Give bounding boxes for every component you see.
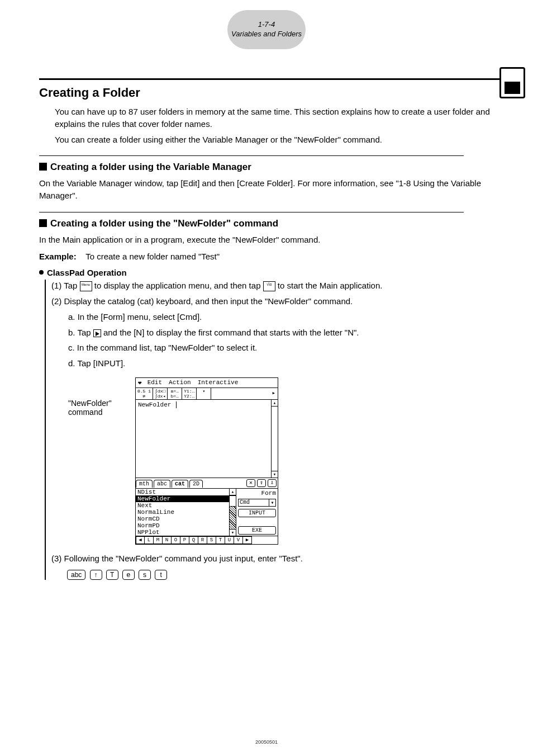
step-2a: a. In the [Form] menu, select [Cmd].	[68, 311, 499, 323]
svg-marker-0	[96, 332, 99, 336]
operation-heading: ClassPad Operation	[39, 268, 499, 277]
key-shift: ↑	[90, 570, 102, 580]
list-item[interactable]: NormPD	[136, 522, 229, 529]
alpha-key[interactable]: R	[198, 536, 207, 544]
step-2: (2) Display the catalog (cat) keyboard, …	[51, 295, 499, 308]
scr-tool-3[interactable]: a=…b=…	[168, 388, 182, 399]
intro-paragraph-1: You can have up to 87 user folders in me…	[55, 106, 499, 130]
scroll-down-icon[interactable]: ▾	[272, 471, 278, 478]
scr-tool-4[interactable]: Y1:…Y2:…	[182, 388, 197, 399]
scr-work-area[interactable]: NewFolder ▴ ▾	[136, 400, 278, 478]
step-2d: d. Tap [INPUT].	[68, 357, 499, 370]
tab-abc[interactable]: abc	[154, 480, 170, 488]
chevron-down-icon[interactable]: ▾	[269, 499, 275, 506]
step-3: (3) Following the "NewFolder" command yo…	[51, 552, 499, 565]
rule	[39, 78, 499, 80]
list-item[interactable]: NormalLine	[136, 509, 229, 516]
alpha-key[interactable]: S	[207, 536, 216, 544]
alpha-key[interactable]: O	[172, 536, 180, 544]
page-header-badge: 1-7-4 Variables and Folders	[227, 10, 306, 49]
alpha-right-icon[interactable]: ▶	[243, 536, 252, 544]
square-bullet-icon	[39, 219, 47, 227]
play-right-icon	[93, 329, 101, 337]
scroll-thumb[interactable]	[230, 495, 236, 507]
square-bullet-icon	[39, 163, 47, 171]
example-text: To create a new folder named "Test"	[85, 252, 220, 261]
subheading-newfolder-command: Creating a folder using the "NewFolder" …	[39, 218, 499, 229]
tab-2d[interactable]: 2D	[189, 480, 203, 488]
exe-button[interactable]: EXE	[238, 526, 276, 535]
alpha-key[interactable]: N	[163, 536, 172, 544]
alpha-key[interactable]: U	[225, 536, 234, 544]
alpha-key[interactable]: P	[180, 536, 189, 544]
alpha-key[interactable]: T	[216, 536, 225, 544]
sub1-paragraph: On the Variable Manager window, tap [Edi…	[39, 177, 499, 202]
catalog-controls: Form Cmd ▾ INPUT EXE	[236, 489, 278, 536]
scr-menu-interactive[interactable]: Interactive	[194, 378, 242, 388]
text-cursor	[176, 401, 177, 408]
app-menu-icon	[80, 281, 92, 291]
alpha-key[interactable]: M	[154, 536, 163, 544]
list-item[interactable]: NPPlot	[136, 529, 229, 536]
scr-keyboard-tabs: mth abc cat 2D ✕ ⇧ ⇩	[136, 478, 278, 489]
list-item[interactable]: NDist	[136, 489, 229, 495]
kb-close-button[interactable]: ✕	[246, 479, 255, 487]
rule	[39, 212, 464, 212]
step-1: (1) Tap to display the application menu,…	[51, 280, 499, 292]
form-label: Form	[238, 490, 276, 497]
scr-scrollbar[interactable]: ▴ ▾	[271, 400, 278, 478]
alpha-key[interactable]: L	[145, 536, 154, 544]
scroll-up-icon[interactable]: ▴	[230, 489, 236, 495]
form-dropdown[interactable]: Cmd ▾	[238, 499, 276, 507]
keypad-icon	[505, 82, 520, 94]
section-heading: Creating a Folder	[39, 86, 499, 100]
form-dropdown-value: Cmd	[239, 499, 269, 506]
kb-up-button[interactable]: ⇧	[257, 479, 266, 487]
subheading-variable-manager: Creating a folder using the Variable Man…	[39, 162, 499, 173]
key-e: e	[122, 570, 135, 580]
list-item-selected[interactable]: NewFolder	[136, 495, 229, 502]
scr-menu-action[interactable]: Action	[165, 378, 194, 388]
example-label: Example:	[39, 252, 77, 261]
scr-menu-edit[interactable]: Edit	[144, 378, 165, 388]
intro-paragraph-2: You can create a folder using either the…	[55, 134, 499, 146]
page-ref: 1-7-4	[258, 20, 275, 30]
calculator-side-icon	[499, 67, 525, 98]
tab-mth[interactable]: mth	[136, 480, 153, 488]
scr-tool-1[interactable]: 0.5 1⇄	[136, 388, 153, 399]
scroll-up-icon[interactable]: ▴	[272, 400, 278, 407]
section-ref: Variables and Folders	[231, 30, 302, 39]
scr-tool-2[interactable]: ∫dx□∫dx◂	[153, 388, 168, 399]
key-s: s	[139, 570, 151, 580]
tab-cat[interactable]: cat	[172, 480, 188, 488]
scr-toolbar: 0.5 1⇄ ∫dx□∫dx◂ a=…b=… Y1:…Y2:… ▾ ▸	[136, 388, 278, 400]
example-line: Example: To create a new folder named "T…	[39, 251, 499, 263]
scr-toolbar-more-icon[interactable]: ▸	[269, 388, 278, 399]
sub2-paragraph: In the Main application or in a program,…	[39, 234, 499, 246]
command-list[interactable]: NDist NewFolder Next NormalLine NormCD N…	[136, 489, 230, 536]
alpha-key[interactable]: V	[234, 536, 243, 544]
scr-input-text: NewFolder	[138, 401, 175, 408]
scroll-down-icon[interactable]: ▾	[230, 529, 236, 536]
main-app-icon: √α	[263, 281, 275, 291]
rule	[39, 155, 464, 156]
scr-menu-icon[interactable]: ❤	[136, 378, 144, 388]
input-button[interactable]: INPUT	[238, 509, 276, 517]
key-T: T	[106, 570, 118, 580]
kb-down-button[interactable]: ⇩	[268, 479, 277, 487]
list-item[interactable]: NormCD	[136, 516, 229, 522]
scr-menubar: ❤ Edit Action Interactive	[136, 378, 278, 388]
classpad-screenshot: ❤ Edit Action Interactive 0.5 1⇄ ∫dx□∫dx…	[135, 377, 278, 545]
key-sequence: abc ↑ T e s t	[67, 569, 499, 580]
list-item[interactable]: Next	[136, 502, 229, 509]
key-abc: abc	[67, 570, 85, 580]
alpha-row: ◀ L M N O P Q R S T U V ▶	[136, 536, 278, 544]
list-scrollbar[interactable]: ▴ ▾	[230, 489, 236, 536]
alpha-key[interactable]: Q	[189, 536, 198, 544]
screenshot-caption: "NewFolder" command	[68, 377, 135, 417]
alpha-left-icon[interactable]: ◀	[136, 536, 145, 544]
step-2c: c. In the command list, tap "NewFolder" …	[68, 342, 499, 354]
footer-number: 20050501	[255, 739, 278, 745]
scr-tool-5[interactable]: ▾	[197, 388, 211, 399]
key-t: t	[155, 570, 167, 580]
